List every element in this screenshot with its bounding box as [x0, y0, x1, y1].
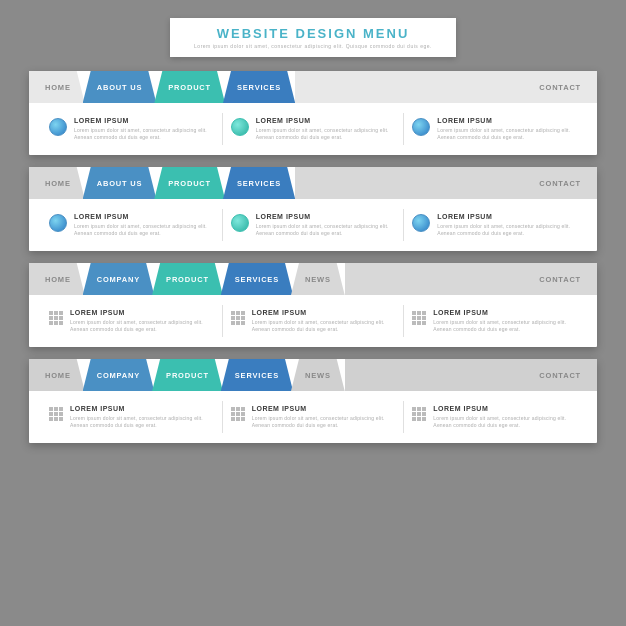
col-title-1-3: LOREM IPSUM	[437, 117, 570, 124]
col-icon-2-1	[49, 214, 67, 232]
col-text-3-3: LOREM IPSUM Lorem ipsum dolor sit amet, …	[433, 309, 566, 333]
title-banner: WEBSITE DESIGN MENU Lorem ipsum dolor si…	[170, 18, 456, 57]
tab-product-2[interactable]: PRODUCT	[154, 167, 225, 199]
tab-fill-1	[295, 71, 523, 103]
col-title-1-1: LOREM IPSUM	[74, 117, 207, 124]
tab-services-3[interactable]: SERVICES	[221, 263, 293, 295]
content-col-4-1: LOREM IPSUM Lorem ipsum dolor sit amet, …	[41, 401, 223, 433]
col-text-1-3: LOREM IPSUM Lorem ipsum dolor sit amet, …	[437, 117, 570, 141]
col-text-2-2: LOREM IPSUM Lorem ipsum dolor sit amet, …	[256, 213, 389, 237]
col-title-3-2: LOREM IPSUM	[252, 309, 385, 316]
content-col-4-2: LOREM IPSUM Lorem ipsum dolor sit amet, …	[223, 401, 405, 433]
col-text-3-1: LOREM IPSUM Lorem ipsum dolor sit amet, …	[70, 309, 203, 333]
tab-contact-4[interactable]: CONTACT	[523, 359, 597, 391]
tab-services-2[interactable]: SERVICES	[223, 167, 295, 199]
col-desc-1-2: Lorem ipsum dolor sit amet, consectetur …	[256, 127, 389, 141]
tab-company-4[interactable]: COMPANY	[83, 359, 154, 391]
nav-content-4: LOREM IPSUM Lorem ipsum dolor sit amet, …	[29, 391, 597, 443]
tab-product-1[interactable]: PRODUCT	[154, 71, 225, 103]
col-desc-1-1: Lorem ipsum dolor sit amet, consectetur …	[74, 127, 207, 141]
content-col-3-1: LOREM IPSUM Lorem ipsum dolor sit amet, …	[41, 305, 223, 337]
tab-product-4[interactable]: PRODUCT	[152, 359, 223, 391]
menu-card-3: HOME COMPANY PRODUCT SERVICES NEWS CONTA…	[29, 263, 597, 347]
col-icon-2-3	[412, 214, 430, 232]
col-title-2-1: LOREM IPSUM	[74, 213, 207, 220]
col-desc-3-3: Lorem ipsum dolor sit amet, consectetur …	[433, 319, 566, 333]
col-title-1-2: LOREM IPSUM	[256, 117, 389, 124]
col-icon-1-2	[231, 118, 249, 136]
tab-home-4[interactable]: HOME	[29, 359, 85, 391]
col-desc-2-1: Lorem ipsum dolor sit amet, consectetur …	[74, 223, 207, 237]
col-title-2-2: LOREM IPSUM	[256, 213, 389, 220]
col-desc-2-3: Lorem ipsum dolor sit amet, consectetur …	[437, 223, 570, 237]
col-icon-1-1	[49, 118, 67, 136]
grid-icon-3-2	[231, 311, 245, 325]
col-text-4-3: LOREM IPSUM Lorem ipsum dolor sit amet, …	[433, 405, 566, 429]
col-text-2-1: LOREM IPSUM Lorem ipsum dolor sit amet, …	[74, 213, 207, 237]
col-icon-1-3	[412, 118, 430, 136]
tab-product-3[interactable]: PRODUCT	[152, 263, 223, 295]
tab-fill-2	[295, 167, 523, 199]
col-text-2-3: LOREM IPSUM Lorem ipsum dolor sit amet, …	[437, 213, 570, 237]
col-desc-1-3: Lorem ipsum dolor sit amet, consectetur …	[437, 127, 570, 141]
menu-card-2: HOME ABOUT US PRODUCT SERVICES CONTACT L…	[29, 167, 597, 251]
menu-card-1: HOME ABOUT US PRODUCT SERVICES CONTACT L…	[29, 71, 597, 155]
tab-services-4[interactable]: SERVICES	[221, 359, 293, 391]
col-desc-3-2: Lorem ipsum dolor sit amet, consectetur …	[252, 319, 385, 333]
col-title-4-2: LOREM IPSUM	[252, 405, 385, 412]
col-title-3-1: LOREM IPSUM	[70, 309, 203, 316]
col-title-4-3: LOREM IPSUM	[433, 405, 566, 412]
content-col-2-2: LOREM IPSUM Lorem ipsum dolor sit amet, …	[223, 209, 405, 241]
tab-contact-3[interactable]: CONTACT	[523, 263, 597, 295]
tab-fill-3	[345, 263, 524, 295]
col-text-1-1: LOREM IPSUM Lorem ipsum dolor sit amet, …	[74, 117, 207, 141]
col-title-2-3: LOREM IPSUM	[437, 213, 570, 220]
content-col-4-3: LOREM IPSUM Lorem ipsum dolor sit amet, …	[404, 401, 585, 433]
grid-icon-4-2	[231, 407, 245, 421]
col-text-4-2: LOREM IPSUM Lorem ipsum dolor sit amet, …	[252, 405, 385, 429]
content-col-1-3: LOREM IPSUM Lorem ipsum dolor sit amet, …	[404, 113, 585, 145]
nav-bar-1: HOME ABOUT US PRODUCT SERVICES CONTACT	[29, 71, 597, 103]
tab-contact-1[interactable]: CONTACT	[523, 71, 597, 103]
page-title: WEBSITE DESIGN MENU	[194, 26, 432, 41]
tab-company-3[interactable]: COMPANY	[83, 263, 154, 295]
content-col-2-3: LOREM IPSUM Lorem ipsum dolor sit amet, …	[404, 209, 585, 241]
tab-home-3[interactable]: HOME	[29, 263, 85, 295]
tab-services-1[interactable]: SERVICES	[223, 71, 295, 103]
menu-card-4: HOME COMPANY PRODUCT SERVICES NEWS CONTA…	[29, 359, 597, 443]
page-subtitle: Lorem ipsum dolor sit amet, consectetur …	[194, 43, 432, 49]
col-desc-4-1: Lorem ipsum dolor sit amet, consectetur …	[70, 415, 203, 429]
col-text-4-1: LOREM IPSUM Lorem ipsum dolor sit amet, …	[70, 405, 203, 429]
col-title-3-3: LOREM IPSUM	[433, 309, 566, 316]
tab-aboutus-2[interactable]: ABOUT US	[83, 167, 157, 199]
nav-bar-2: HOME ABOUT US PRODUCT SERVICES CONTACT	[29, 167, 597, 199]
content-col-2-1: LOREM IPSUM Lorem ipsum dolor sit amet, …	[41, 209, 223, 241]
col-desc-2-2: Lorem ipsum dolor sit amet, consectetur …	[256, 223, 389, 237]
grid-icon-4-3	[412, 407, 426, 421]
grid-icon-4-1	[49, 407, 63, 421]
tab-fill-4	[345, 359, 524, 391]
content-col-3-3: LOREM IPSUM Lorem ipsum dolor sit amet, …	[404, 305, 585, 337]
content-col-3-2: LOREM IPSUM Lorem ipsum dolor sit amet, …	[223, 305, 405, 337]
col-desc-4-2: Lorem ipsum dolor sit amet, consectetur …	[252, 415, 385, 429]
nav-bar-4: HOME COMPANY PRODUCT SERVICES NEWS CONTA…	[29, 359, 597, 391]
grid-icon-3-3	[412, 311, 426, 325]
content-col-1-2: LOREM IPSUM Lorem ipsum dolor sit amet, …	[223, 113, 405, 145]
nav-bar-3: HOME COMPANY PRODUCT SERVICES NEWS CONTA…	[29, 263, 597, 295]
tab-home-1[interactable]: HOME	[29, 71, 85, 103]
content-col-1-1: LOREM IPSUM Lorem ipsum dolor sit amet, …	[41, 113, 223, 145]
col-desc-3-1: Lorem ipsum dolor sit amet, consectetur …	[70, 319, 203, 333]
nav-content-3: LOREM IPSUM Lorem ipsum dolor sit amet, …	[29, 295, 597, 347]
tab-news-3[interactable]: NEWS	[291, 263, 345, 295]
col-desc-4-3: Lorem ipsum dolor sit amet, consectetur …	[433, 415, 566, 429]
col-text-1-2: LOREM IPSUM Lorem ipsum dolor sit amet, …	[256, 117, 389, 141]
nav-content-2: LOREM IPSUM Lorem ipsum dolor sit amet, …	[29, 199, 597, 251]
col-text-3-2: LOREM IPSUM Lorem ipsum dolor sit amet, …	[252, 309, 385, 333]
tab-home-2[interactable]: HOME	[29, 167, 85, 199]
tab-news-4[interactable]: NEWS	[291, 359, 345, 391]
col-icon-2-2	[231, 214, 249, 232]
tab-contact-2[interactable]: CONTACT	[523, 167, 597, 199]
grid-icon-3-1	[49, 311, 63, 325]
col-title-4-1: LOREM IPSUM	[70, 405, 203, 412]
tab-aboutus-1[interactable]: ABOUT US	[83, 71, 157, 103]
